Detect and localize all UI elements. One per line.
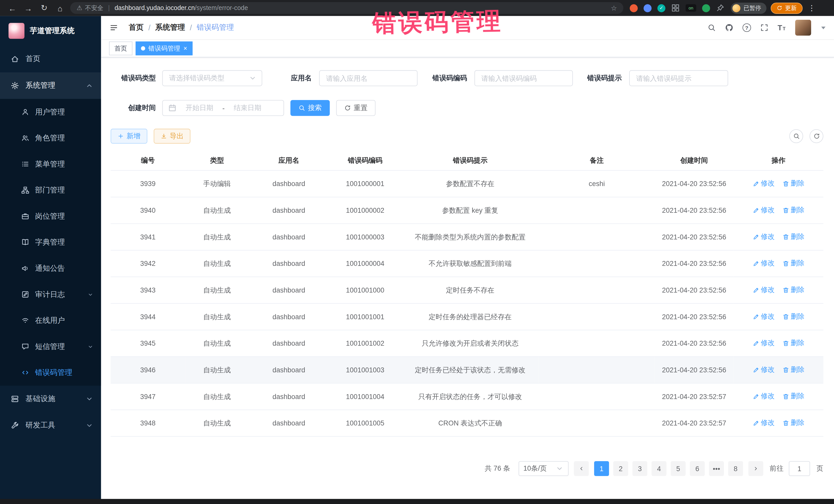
- reset-button[interactable]: 重置: [336, 100, 375, 116]
- sidebar-item-online-user[interactable]: 在线用户: [0, 307, 101, 334]
- page-3-button[interactable]: 3: [632, 461, 647, 476]
- sidebar-item-audit-log[interactable]: 审计日志: [0, 281, 101, 307]
- browser-reload-icon[interactable]: ↻: [36, 3, 52, 13]
- tab-home[interactable]: 首页: [109, 42, 132, 56]
- sidebar-item-home[interactable]: 首页: [0, 46, 101, 72]
- sidebar-item-dept[interactable]: 部门管理: [0, 177, 101, 203]
- sidebar-group-label: 研发工具: [25, 421, 55, 430]
- address-bar[interactable]: ⚠ 不安全 | dashboard.yudao.iocoder.cn /syst…: [70, 2, 623, 14]
- sidebar-item-user[interactable]: 用户管理: [0, 99, 101, 125]
- sidebar-item-sms[interactable]: 短信管理: [0, 334, 101, 360]
- fullscreen-icon[interactable]: [760, 23, 769, 32]
- page-4-button[interactable]: 4: [652, 461, 666, 476]
- font-size-icon[interactable]: TT: [777, 23, 786, 32]
- page-8-button[interactable]: 8: [728, 461, 743, 476]
- sidebar-group-system[interactable]: 系统管理: [0, 72, 101, 99]
- search-button[interactable]: 搜索: [290, 100, 330, 116]
- breadcrumb-home[interactable]: 首页: [129, 23, 144, 32]
- sidebar-group-devtools[interactable]: 研发工具: [0, 412, 101, 439]
- edit-link[interactable]: 修改: [752, 365, 775, 374]
- create-time-range-picker[interactable]: 开始日期 - 结束日期: [162, 100, 284, 116]
- export-button[interactable]: 导出: [154, 129, 191, 144]
- page-2-button[interactable]: 2: [613, 461, 628, 476]
- sidebar-item-label: 角色管理: [35, 133, 65, 143]
- error-code-input[interactable]: [475, 70, 573, 86]
- app-logo[interactable]: 芋道管理系统: [0, 16, 101, 46]
- app-name-input[interactable]: [319, 70, 418, 86]
- extension-pin-icon[interactable]: [716, 4, 724, 12]
- sidebar-item-label: 首页: [25, 54, 40, 64]
- sidebar-item-notice[interactable]: 通知公告: [0, 255, 101, 282]
- extensions-grid-icon[interactable]: [671, 4, 680, 12]
- user-avatar[interactable]: [795, 20, 811, 36]
- edit-link[interactable]: 修改: [752, 392, 775, 401]
- delete-link[interactable]: 删除: [782, 338, 805, 348]
- extension-blue-icon[interactable]: [643, 4, 652, 12]
- page-ellipsis[interactable]: •••: [709, 461, 724, 476]
- cell-type: 手动编辑: [203, 180, 231, 188]
- bookmark-star-icon[interactable]: ☆: [611, 4, 617, 12]
- page-1-button[interactable]: 1: [594, 461, 609, 476]
- edit-link[interactable]: 修改: [752, 259, 775, 268]
- sidebar-item-role[interactable]: 角色管理: [0, 125, 101, 151]
- profile-paused-chip[interactable]: 已暂停: [731, 2, 767, 14]
- collapse-sidebar-icon[interactable]: [110, 23, 118, 32]
- breadcrumb-system[interactable]: 系统管理: [155, 23, 185, 32]
- audit-icon: [21, 290, 29, 299]
- edit-link[interactable]: 修改: [752, 338, 775, 348]
- edit-link[interactable]: 修改: [752, 418, 775, 428]
- sidebar-group-infra[interactable]: 基础设施: [0, 386, 101, 412]
- browser-forward-icon[interactable]: →: [20, 3, 36, 12]
- avatar-caret-icon[interactable]: [821, 26, 826, 29]
- edit-link[interactable]: 修改: [752, 312, 775, 321]
- goto-page-input[interactable]: [789, 461, 810, 476]
- delete-link[interactable]: 删除: [782, 259, 805, 268]
- browser-update-button[interactable]: 更新: [771, 2, 803, 14]
- help-icon[interactable]: ?: [742, 23, 751, 32]
- delete-link[interactable]: 删除: [782, 418, 805, 428]
- page-6-button[interactable]: 6: [690, 461, 705, 476]
- edit-link[interactable]: 修改: [752, 285, 775, 294]
- page-size-select[interactable]: 10条/页: [519, 461, 569, 476]
- delete-link[interactable]: 删除: [782, 179, 805, 188]
- header-search-icon[interactable]: [707, 23, 716, 32]
- github-icon: [725, 23, 733, 32]
- sidebar-item-dict[interactable]: 字典管理: [0, 229, 101, 255]
- sidebar-item-error-code[interactable]: 错误码管理: [0, 359, 101, 386]
- prev-page-button[interactable]: [574, 461, 589, 476]
- refresh-table-button[interactable]: [810, 129, 824, 143]
- sidebar-item-menu[interactable]: 菜单管理: [0, 151, 101, 177]
- cell-hint: 定时任务不存在: [446, 286, 495, 294]
- tab-close-icon[interactable]: ×: [183, 45, 187, 51]
- sidebar-item-post[interactable]: 岗位管理: [0, 203, 101, 229]
- extension-green-icon[interactable]: [702, 4, 710, 12]
- cell-hint: 定时任务已经处于该状态，无需修改: [415, 366, 526, 374]
- add-button[interactable]: 新增: [111, 129, 147, 144]
- error-type-select[interactable]: 请选择错误码类型: [162, 70, 262, 86]
- next-page-button[interactable]: [748, 461, 763, 476]
- extension-red-icon[interactable]: [630, 4, 638, 12]
- github-icon[interactable]: [725, 23, 733, 32]
- extension-check-icon[interactable]: ✓: [657, 4, 665, 12]
- delete-link[interactable]: 删除: [782, 312, 805, 321]
- error-hint-input[interactable]: [629, 70, 728, 86]
- tab-error-code[interactable]: 错误码管理 ×: [136, 42, 193, 56]
- show-search-button[interactable]: [789, 129, 803, 143]
- edit-link[interactable]: 修改: [752, 205, 775, 215]
- browser-menu-icon[interactable]: ⋮: [808, 4, 815, 12]
- browser-back-icon[interactable]: ←: [4, 3, 20, 12]
- browser-home-icon[interactable]: ⌂: [52, 3, 68, 12]
- table-row: 3948自动生成dashboard1001001005CRON 表达式不正确20…: [111, 410, 823, 437]
- breadcrumb-current[interactable]: 错误码管理: [197, 23, 234, 32]
- pagination: 共 76 条 10条/页 123456•••8 前往 页: [111, 461, 823, 476]
- delete-link[interactable]: 删除: [782, 205, 805, 215]
- edit-link[interactable]: 修改: [752, 232, 775, 241]
- delete-link[interactable]: 删除: [782, 285, 805, 294]
- delete-link[interactable]: 删除: [782, 232, 805, 241]
- pencil-icon: [752, 287, 759, 293]
- delete-link[interactable]: 删除: [782, 392, 805, 401]
- extension-on-badge[interactable]: on: [686, 4, 696, 12]
- edit-link[interactable]: 修改: [752, 179, 775, 188]
- delete-link[interactable]: 删除: [782, 365, 805, 374]
- page-5-button[interactable]: 5: [671, 461, 686, 476]
